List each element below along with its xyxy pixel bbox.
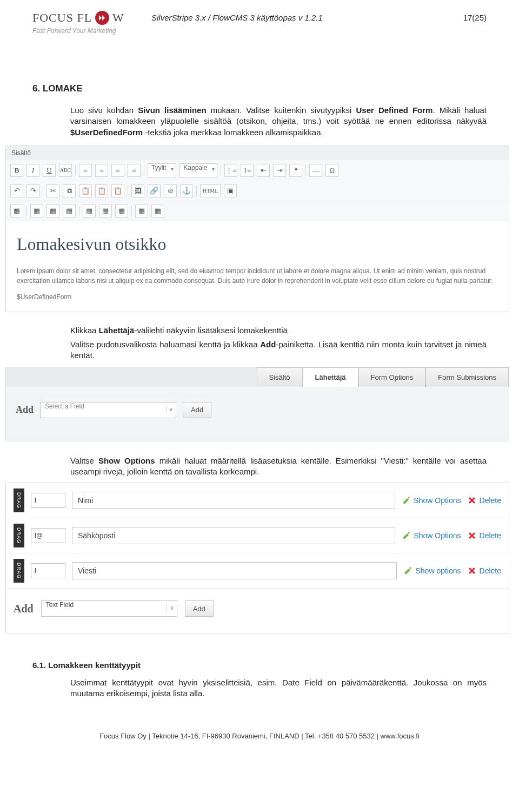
drag-handle[interactable]: DRAG — [14, 524, 24, 547]
options-icon — [402, 496, 410, 505]
logo-text-2: W — [112, 11, 124, 25]
align-justify-button[interactable]: ≡ — [128, 164, 141, 177]
tab-submissions[interactable]: Form Submissions — [425, 367, 509, 387]
outdent-button[interactable]: ⇤ — [257, 164, 270, 177]
sub-paragraph: Useimmat kenttätyypit ovat hyvin yksisel… — [70, 677, 487, 699]
col-after-button[interactable]: ▦ — [99, 204, 112, 217]
image-button[interactable]: 🖼 — [131, 184, 144, 197]
tabs-screenshot: Sisältö Lähettäjä Form Options Form Subm… — [5, 367, 509, 441]
row-before-button[interactable]: ▦ — [30, 204, 43, 217]
row-after-button[interactable]: ▦ — [46, 204, 59, 217]
add-field-area: Add Select a Field Add — [6, 387, 509, 441]
row-delete-button[interactable]: ▦ — [63, 204, 76, 217]
section-heading: 6. LOMAKE — [32, 83, 487, 94]
align-center-button[interactable]: ≡ — [95, 164, 108, 177]
paste-word-button[interactable]: 📋 — [111, 184, 124, 197]
doc-title: SilverStripe 3.x / FlowCMS 3 käyttöopas … — [151, 11, 432, 22]
email-field-icon: I@ — [31, 528, 65, 543]
editor-toolbar-3: ▦ ▦ ▦ ▦ ▦ ▦ ▦ ▦ ▦ — [6, 201, 509, 221]
field-row: DRAG I Show Options Delete — [6, 483, 509, 518]
delete-icon — [468, 566, 476, 575]
paste-text-button[interactable]: 📋 — [95, 184, 108, 197]
bold-button[interactable]: B — [10, 164, 23, 177]
tab-form-options[interactable]: Form Options — [358, 367, 426, 387]
add-field-row: Add Text Field Add — [6, 589, 509, 633]
subsection-heading: 6.1. Lomakkeen kenttätyypit — [32, 661, 487, 670]
hr-button[interactable]: — — [309, 164, 322, 177]
field-name-input[interactable] — [72, 562, 397, 579]
show-options-link[interactable]: Show options — [403, 566, 461, 575]
align-right-button[interactable]: ≡ — [111, 164, 124, 177]
fields-screenshot: DRAG I Show Options Delete DRAG I@ S — [5, 483, 509, 633]
drag-handle[interactable]: DRAG — [14, 559, 24, 583]
delete-icon — [468, 531, 476, 540]
logo-text-1: FOCUS FL — [32, 11, 92, 25]
underline-button[interactable]: U — [43, 164, 56, 177]
italic-button[interactable]: I — [26, 164, 39, 177]
editor-content[interactable]: Lomakesivun otsikko Lorem ipsum dolor si… — [6, 221, 509, 312]
field-name-input[interactable] — [72, 492, 395, 509]
col-delete-button[interactable]: ▦ — [115, 204, 128, 217]
table-button[interactable]: ▦ — [10, 204, 23, 217]
show-options-link[interactable]: Show Options — [402, 496, 461, 505]
indent-button[interactable]: ⇥ — [273, 164, 286, 177]
page-number: 17(25) — [443, 11, 487, 22]
options-icon — [403, 566, 412, 575]
html-button[interactable]: HTML — [200, 184, 221, 197]
special-char-button[interactable]: Ω — [325, 164, 338, 177]
text-field-icon: I — [31, 563, 65, 578]
mid-paragraph: Klikkaa Lähettäjä-välilehti näkyviin lis… — [70, 325, 487, 361]
field-type-select[interactable]: Select a Field — [40, 402, 176, 418]
editor-toolbar-2: ↶ ↷ ✂ ⧉ 📋 📋 📋 🖼 🔗 ⊘ ⚓ HTML ▣ — [6, 181, 509, 201]
blockquote-button[interactable]: ❝ — [289, 164, 302, 177]
field-row: DRAG I Show options Delete — [6, 553, 509, 589]
delete-link[interactable]: Delete — [468, 496, 501, 505]
link-button[interactable]: 🔗 — [148, 184, 161, 197]
page-footer: Focus Flow Oy | Teknotie 14-16, FI-96930… — [32, 732, 487, 740]
add-label: Add — [16, 404, 34, 415]
editor-screenshot: Sisältö B I U ABC ≡ ≡ ≡ ≡ Tyylit Kappale… — [5, 146, 509, 312]
add-label-2: Add — [14, 603, 34, 615]
fast-forward-icon — [95, 11, 109, 25]
merge-button[interactable]: ▦ — [135, 204, 148, 217]
editor-toolbar: B I U ABC ≡ ≡ ≡ ≡ Tyylit Kappale ⋮≡ 1≡ ⇤… — [6, 160, 509, 181]
content-tab-label: Sisältö — [6, 146, 509, 160]
styles-dropdown[interactable]: Tyylit — [148, 163, 176, 177]
add-button-2[interactable]: Add — [185, 600, 214, 617]
field-type-select-2[interactable]: Text Field — [41, 600, 177, 617]
strike-button[interactable]: ABC — [59, 164, 72, 177]
editor-form-placeholder: $UserDefinedForm — [17, 293, 498, 301]
anchor-button[interactable]: ⚓ — [180, 184, 193, 197]
tab-sender[interactable]: Lähettäjä — [303, 367, 358, 387]
redo-button[interactable]: ↷ — [26, 184, 39, 197]
options-icon — [402, 531, 410, 540]
add-button[interactable]: Add — [183, 402, 211, 418]
col-before-button[interactable]: ▦ — [83, 204, 96, 217]
editor-lorem: Lorem ipsum dolor sit amet, consectetur … — [17, 266, 498, 286]
number-list-button[interactable]: 1≡ — [241, 164, 254, 177]
show-options-link[interactable]: Show Options — [402, 531, 461, 540]
cut-button[interactable]: ✂ — [46, 184, 59, 197]
format-dropdown[interactable]: Kappale — [179, 163, 217, 177]
delete-icon — [468, 496, 476, 505]
split-button[interactable]: ▦ — [151, 204, 164, 217]
paste-button[interactable]: 📋 — [79, 184, 92, 197]
tab-row: Sisältö Lähettäjä Form Options Form Subm… — [6, 367, 509, 387]
page-header: FOCUS FL W Fast Forward Your Marketing S… — [32, 11, 487, 35]
mid2-paragraph: Valitse Show Options mikäli haluat määri… — [70, 455, 487, 478]
tagline: Fast Forward Your Marketing — [32, 27, 141, 35]
copy-button[interactable]: ⧉ — [63, 184, 76, 197]
undo-button[interactable]: ↶ — [10, 184, 23, 197]
delete-link[interactable]: Delete — [468, 566, 501, 575]
align-left-button[interactable]: ≡ — [79, 164, 92, 177]
fullscreen-button[interactable]: ▣ — [224, 184, 237, 197]
tab-content[interactable]: Sisältö — [257, 367, 303, 387]
intro-paragraph: Luo sivu kohdan Sivun lisääminen mukaan.… — [70, 105, 487, 138]
logo: FOCUS FL W Fast Forward Your Marketing — [32, 11, 141, 35]
drag-handle[interactable]: DRAG — [14, 488, 24, 512]
unlink-button[interactable]: ⊘ — [164, 184, 177, 197]
delete-link[interactable]: Delete — [468, 531, 501, 540]
field-name-input[interactable] — [72, 527, 395, 544]
editor-heading-text: Lomakesivun otsikko — [17, 234, 498, 254]
bullet-list-button[interactable]: ⋮≡ — [224, 164, 237, 177]
